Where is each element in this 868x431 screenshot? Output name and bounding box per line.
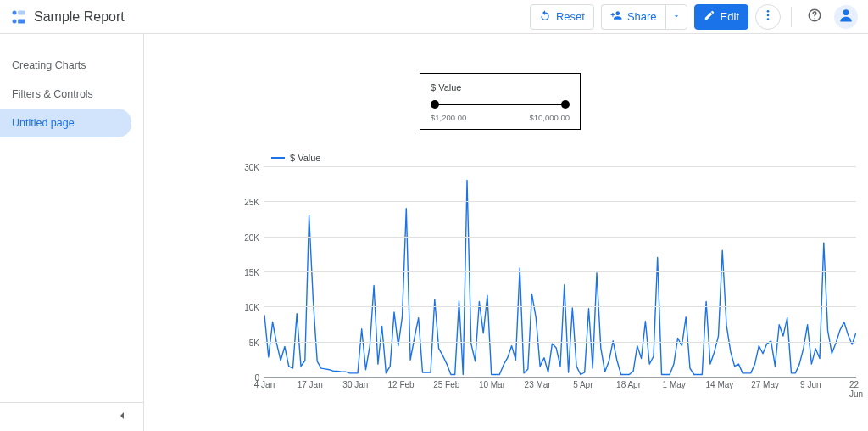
x-tick-label: 17 Jan bbox=[298, 380, 323, 389]
svg-point-1 bbox=[13, 19, 17, 23]
x-tick-label: 18 Apr bbox=[616, 380, 641, 389]
y-tick-label: 25K bbox=[244, 198, 259, 207]
legend-swatch bbox=[271, 157, 285, 159]
help-icon bbox=[807, 8, 822, 25]
report-canvas: $ Value $1,200.00 $10,000.00 $ Value 05K… bbox=[144, 34, 868, 431]
share-label: Share bbox=[627, 10, 657, 23]
person-add-icon bbox=[610, 9, 622, 24]
header-actions: Reset Share Edit bbox=[530, 4, 858, 30]
svg-point-9 bbox=[843, 9, 849, 15]
x-tick-label: 10 Mar bbox=[479, 380, 505, 389]
y-tick-label: 5K bbox=[249, 338, 259, 347]
edit-label: Edit bbox=[721, 10, 739, 23]
slider-labels: $1,200.00 $10,000.00 bbox=[431, 113, 570, 122]
app-logo: Sample Report bbox=[10, 8, 125, 25]
value-slider-control: $ Value $1,200.00 $10,000.00 bbox=[420, 73, 581, 130]
collapse-sidebar-button[interactable] bbox=[109, 405, 135, 430]
sidebar-item-creating-charts[interactable]: Creating Charts bbox=[0, 51, 131, 80]
slider-handle-min[interactable] bbox=[431, 100, 439, 109]
x-tick-label: 4 Jan bbox=[254, 380, 275, 389]
svg-point-5 bbox=[767, 14, 770, 17]
svg-point-8 bbox=[814, 18, 815, 19]
x-tick-label: 14 May bbox=[706, 380, 734, 389]
y-gridline: 10K bbox=[264, 306, 856, 307]
person-icon bbox=[837, 7, 854, 26]
page-sidebar: Creating Charts Filters & Controls Untit… bbox=[0, 34, 144, 431]
sidebar-item-label: Creating Charts bbox=[12, 59, 86, 71]
svg-point-6 bbox=[767, 18, 770, 20]
caret-down-icon bbox=[672, 10, 681, 23]
y-gridline: 5K bbox=[264, 342, 856, 343]
y-tick-label: 30K bbox=[244, 163, 259, 172]
sidebar-item-filters-controls[interactable]: Filters & Controls bbox=[0, 80, 131, 109]
slider-line bbox=[434, 104, 566, 105]
x-tick-label: 27 May bbox=[751, 380, 779, 389]
looker-studio-icon bbox=[10, 8, 27, 25]
divider bbox=[791, 7, 792, 27]
more-vert-icon bbox=[761, 8, 775, 25]
account-avatar[interactable] bbox=[834, 5, 858, 29]
x-axis-labels: 4 Jan17 Jan30 Jan12 Feb25 Feb10 Mar23 Ma… bbox=[264, 377, 856, 390]
sidebar-item-untitled-page[interactable]: Untitled page bbox=[0, 109, 131, 137]
chevron-left-icon bbox=[115, 409, 129, 425]
legend-series-label: $ Value bbox=[290, 153, 321, 163]
svg-point-0 bbox=[13, 10, 17, 14]
time-series-chart: $ Value 05K10K15K20K25K30K 4 Jan17 Jan30… bbox=[237, 153, 856, 390]
app-body: Creating Charts Filters & Controls Untit… bbox=[0, 34, 868, 431]
y-gridline: 30K bbox=[264, 166, 856, 167]
help-button[interactable] bbox=[802, 4, 827, 30]
share-button[interactable]: Share bbox=[601, 4, 665, 30]
x-tick-label: 23 Mar bbox=[525, 380, 551, 389]
x-tick-label: 1 May bbox=[663, 380, 686, 389]
sidebar-footer bbox=[0, 402, 143, 431]
share-dropdown[interactable] bbox=[665, 4, 687, 30]
chart-plot-area: 05K10K15K20K25K30K bbox=[264, 166, 856, 377]
edit-button[interactable]: Edit bbox=[694, 4, 748, 30]
slider-handle-max[interactable] bbox=[561, 100, 570, 109]
svg-point-4 bbox=[767, 10, 770, 13]
reset-button[interactable]: Reset bbox=[530, 4, 594, 30]
y-tick-label: 15K bbox=[244, 268, 259, 277]
y-tick-label: 20K bbox=[244, 232, 259, 242]
share-group: Share bbox=[601, 4, 687, 30]
x-tick-label: 12 Feb bbox=[387, 380, 414, 389]
x-tick-label: 22 Jun bbox=[849, 380, 863, 399]
chart-legend: $ Value bbox=[271, 153, 856, 163]
slider-title: $ Value bbox=[431, 82, 570, 92]
y-gridline: 15K bbox=[264, 271, 856, 272]
report-title: Sample Report bbox=[34, 9, 125, 25]
x-tick-label: 9 Jun bbox=[800, 380, 821, 389]
y-tick-label: 10K bbox=[244, 303, 259, 312]
slider-min-label: $1,200.00 bbox=[431, 113, 466, 122]
y-gridline: 25K bbox=[264, 201, 856, 202]
pencil-icon bbox=[704, 9, 715, 24]
y-gridline: 20K bbox=[264, 237, 856, 238]
slider-max-label: $10,000.00 bbox=[529, 113, 570, 122]
svg-rect-2 bbox=[18, 10, 25, 14]
sidebar-item-label: Untitled page bbox=[12, 117, 75, 129]
slider-track[interactable] bbox=[431, 99, 570, 109]
reset-label: Reset bbox=[556, 10, 585, 23]
x-tick-label: 25 Feb bbox=[433, 380, 459, 389]
sidebar-item-label: Filters & Controls bbox=[12, 88, 93, 100]
app-header: Sample Report Reset Share Edit bbox=[0, 0, 868, 34]
x-tick-label: 5 Apr bbox=[573, 380, 593, 389]
undo-icon bbox=[539, 9, 551, 24]
svg-rect-3 bbox=[18, 19, 25, 23]
more-menu-button[interactable] bbox=[755, 4, 781, 30]
x-tick-label: 30 Jan bbox=[342, 380, 368, 389]
